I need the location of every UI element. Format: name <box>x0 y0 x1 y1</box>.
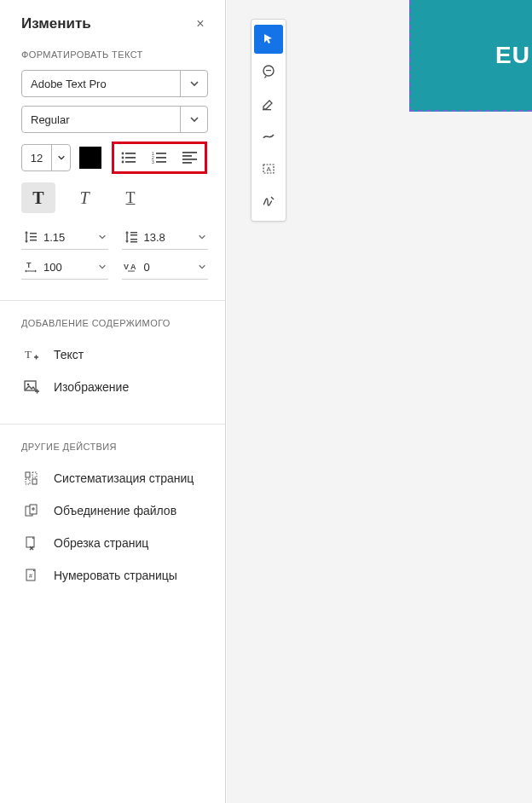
svg-rect-29 <box>26 472 30 477</box>
select-tool[interactable] <box>254 25 283 54</box>
svg-rect-21 <box>130 239 137 240</box>
combine-files-icon <box>23 503 40 518</box>
svg-rect-39 <box>266 70 271 71</box>
svg-rect-30 <box>32 472 37 477</box>
svg-rect-5 <box>125 161 136 163</box>
action-label: Текст <box>54 348 84 361</box>
svg-rect-40 <box>263 109 271 110</box>
font-size-value: 12 <box>22 145 51 170</box>
section-label-format: ФОРМАТИРОВАТЬ ТЕКСТ <box>21 49 208 60</box>
combine-files-action[interactable]: Объединение файлов <box>21 494 208 527</box>
edit-panel: Изменить × ФОРМАТИРОВАТЬ ТЕКСТ Adobe Tex… <box>0 0 226 803</box>
action-label: Систематизация страниц <box>54 471 194 485</box>
italic-button[interactable]: T <box>67 182 101 213</box>
svg-rect-16 <box>30 233 37 234</box>
other-actions-list: Систематизация страниц Объединение файло… <box>21 462 208 592</box>
comment-tool[interactable] <box>254 57 283 86</box>
chevron-down-icon <box>180 107 207 132</box>
list-align-group-highlight: 123 <box>112 142 207 174</box>
close-icon[interactable]: × <box>193 16 208 32</box>
chevron-down-icon <box>51 145 70 170</box>
horizontal-scale-icon: T <box>23 260 38 274</box>
svg-rect-15 <box>182 162 192 164</box>
divider <box>0 424 225 425</box>
svg-rect-9 <box>156 157 166 159</box>
svg-rect-7 <box>156 153 166 154</box>
letter-spacing-value: 0 <box>144 261 194 274</box>
svg-rect-22 <box>130 241 137 243</box>
chevron-down-icon <box>198 263 206 271</box>
divider <box>0 300 225 301</box>
line-height-field[interactable]: 1.15 <box>21 225 108 250</box>
sign-tool[interactable] <box>254 187 283 216</box>
horizontal-scale-field[interactable]: T 100 <box>21 255 108 280</box>
highlight-tool[interactable] <box>254 90 283 118</box>
bulleted-list-icon[interactable] <box>118 147 140 169</box>
number-pages-action[interactable]: # Нумеровать страницы <box>21 559 208 592</box>
svg-rect-12 <box>182 152 197 153</box>
svg-rect-14 <box>182 159 197 160</box>
font-weight-value: Regular <box>22 107 180 132</box>
svg-rect-20 <box>130 234 137 236</box>
section-label-add-content: ДОБАВЛЕНИЕ СОДЕРЖИМОГО <box>21 318 208 328</box>
text-color-swatch[interactable] <box>79 147 101 169</box>
svg-point-4 <box>122 161 124 164</box>
svg-rect-18 <box>30 240 37 241</box>
add-text-action[interactable]: T Текст <box>21 338 208 371</box>
organize-pages-action[interactable]: Систематизация страниц <box>21 462 208 494</box>
numbered-list-icon[interactable]: 123 <box>148 147 171 169</box>
align-left-icon[interactable] <box>179 147 201 169</box>
section-label-other: ДРУГИЕ ДЕЙСТВИЯ <box>21 442 208 452</box>
text-add-icon: T <box>23 347 40 362</box>
svg-text:A: A <box>267 165 272 173</box>
action-label: Обрезка страниц <box>54 536 148 550</box>
chevron-down-icon <box>98 233 107 241</box>
chevron-down-icon <box>98 263 107 271</box>
svg-text:3: 3 <box>152 159 154 165</box>
svg-text:V: V <box>124 263 129 271</box>
svg-rect-32 <box>32 479 37 484</box>
horizontal-scale-value: 100 <box>43 261 93 274</box>
paragraph-spacing-icon <box>124 230 139 244</box>
font-size-dropdown[interactable]: 12 <box>21 144 71 171</box>
svg-rect-19 <box>130 232 137 234</box>
chevron-down-icon <box>180 71 207 96</box>
svg-text:T: T <box>25 348 32 361</box>
svg-text:T: T <box>26 261 32 269</box>
paragraph-spacing-field[interactable]: 13.8 <box>122 225 209 250</box>
panel-title: Изменить <box>21 15 91 32</box>
font-family-dropdown[interactable]: Adobe Text Pro <box>21 70 208 97</box>
letter-spacing-icon: VA <box>124 260 139 274</box>
number-pages-icon: # <box>23 568 40 583</box>
svg-text:#: # <box>29 573 32 579</box>
crop-pages-action[interactable]: Обрезка страниц <box>21 527 208 559</box>
add-image-action[interactable]: Изображение <box>21 371 208 403</box>
image-add-icon <box>23 379 40 395</box>
floating-toolbelt: A <box>251 19 286 222</box>
document-page-fragment[interactable]: EU <box>409 0 532 112</box>
document-visible-text: EU <box>495 42 530 69</box>
line-height-value: 1.15 <box>43 231 93 244</box>
underline-button[interactable]: T <box>113 182 147 213</box>
svg-rect-13 <box>182 155 192 157</box>
svg-rect-1 <box>125 153 136 154</box>
bold-button[interactable]: T <box>21 182 55 213</box>
panel-header: Изменить × <box>21 15 208 32</box>
letter-spacing-field[interactable]: VA 0 <box>122 255 209 280</box>
svg-point-0 <box>122 153 124 155</box>
action-label: Изображение <box>54 380 129 394</box>
svg-rect-17 <box>30 236 37 238</box>
action-label: Объединение файлов <box>54 504 176 517</box>
svg-rect-31 <box>26 479 30 484</box>
draw-tool[interactable] <box>254 122 283 151</box>
svg-point-28 <box>27 384 30 386</box>
svg-rect-3 <box>125 157 136 159</box>
line-height-icon <box>23 230 38 244</box>
text-style-row: T T T <box>21 182 208 213</box>
font-family-value: Adobe Text Pro <box>22 71 180 96</box>
chevron-down-icon <box>198 233 206 241</box>
font-weight-dropdown[interactable]: Regular <box>21 106 208 133</box>
action-label: Нумеровать страницы <box>54 569 177 582</box>
textbox-tool[interactable]: A <box>254 154 283 183</box>
paragraph-spacing-value: 13.8 <box>144 231 194 244</box>
